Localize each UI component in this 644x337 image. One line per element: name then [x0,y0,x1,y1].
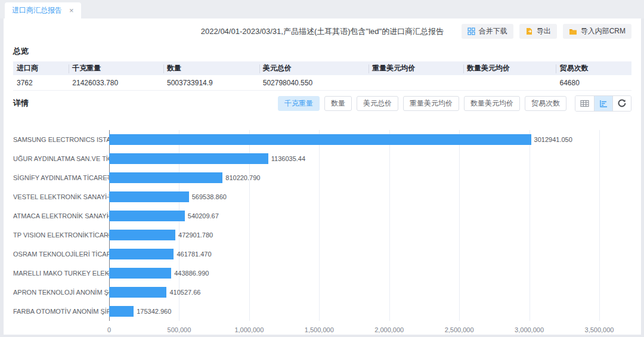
category-label: VESTEL ELEKTRONİK SANAYİ VE Tİ... [13,193,109,200]
tab-importer-summary-report[interactable]: 进口商汇总报告 × [5,2,81,18]
column-header: 数量 [163,63,259,73]
bar-track: 443886.990 [109,264,599,283]
bar-value-label: 569538.860 [192,193,227,200]
bar[interactable] [109,191,189,202]
refresh-icon [618,99,626,107]
column-header: 千克重量 [69,63,163,73]
chart-bar-row: APRON TEKNOLOJİ ANONİM ŞİRKETİ410527.66 [13,283,631,302]
bar[interactable] [109,268,171,279]
x-tick-label: 1,500,000 [305,326,334,333]
bar-track: 3012941.050 [109,130,599,149]
overview-cell: 3762 [13,79,69,87]
import-crm-folder-icon [569,28,577,35]
bar-value-label: 540209.67 [188,212,219,219]
tab-bar: 进口商汇总报告 × [0,0,644,18]
tab-label: 进口商汇总报告 [12,5,62,16]
bar[interactable] [109,153,268,164]
bar-track: 1136035.44 [109,149,599,168]
overview-cell: 502798040.550 [259,79,369,87]
export-button[interactable]: 导出 [519,24,557,39]
chart-bar-row: OSRAM TEKNOLOJİLERİ TİCARET AN...461781.… [13,245,631,264]
x-tick-label: 3,500,000 [585,326,614,333]
table-view-button[interactable] [575,96,594,111]
category-label: SAMSUNG ELECTRONICS ISTANBUL P... [13,136,109,143]
bar-value-label: 443886.990 [174,270,209,277]
chart-rows: SAMSUNG ELECTRONICS ISTANBUL P...3012941… [13,130,631,321]
bar[interactable] [109,230,175,240]
bar[interactable] [109,211,185,221]
bar-value-label: 1136035.44 [271,155,305,162]
x-tick-label: 3,000,000 [515,326,544,333]
export-icon [525,27,533,35]
metric-button[interactable]: 重量美元均价 [403,96,459,111]
bar[interactable] [109,172,222,183]
column-header: 重量美元均价 [369,63,463,73]
bar[interactable] [109,249,174,259]
bar-value-label: 461781.470 [177,251,211,258]
overview-cell: 21426033.780 [69,79,163,87]
bar-chart-view-button[interactable] [594,96,612,111]
column-header: 进口商 [13,63,69,73]
x-tick-label: 1,000,000 [234,326,264,333]
metric-buttons: 千克重量数量美元总价重量美元均价数量美元均价贸易次数 [273,96,566,111]
metric-button[interactable]: 数量 [324,96,352,111]
chart-bar-row: MARELLI MAKO TURKEY ELEKTRİK S...443886.… [13,264,631,283]
bar-track: 461781.470 [109,245,599,264]
metric-button[interactable]: 数量美元均价 [464,96,520,111]
report-panel: 2022/04/01-2023/03/31,产品描述(土耳其语)包含"led"的… [4,18,641,335]
overview-header-row: 进口商千克重量数量美元总价重量美元均价数量美元均价贸易次数 [13,61,631,75]
chart-bar-row: FARBA OTOMOTİV ANONİM ŞİRKETİ175342.960 [13,302,631,321]
bar[interactable] [109,134,531,145]
x-tick-label: 500,000 [168,326,191,333]
column-header: 贸易次数 [556,63,631,73]
bar-track: 810220.790 [109,168,599,187]
overview-data-row: 376221426033.7805003733914.9502798040.55… [13,75,631,91]
close-icon[interactable]: × [69,7,74,14]
x-tick-label: 0 [107,326,111,333]
category-label: ATMACA ELEKTRONİK SANAYİ VE Tİ... [13,212,109,219]
import-crm-button[interactable]: 导入内部CRM [563,24,631,39]
category-label: SİGNİFY AYDINLATMA TİCARET ANO... [13,174,109,181]
details-section-label: 详情 [13,98,29,109]
bar-track: 472901.780 [109,225,599,245]
report-header: 2022/04/01-2023/03/31,产品描述(土耳其语)包含"led"的… [13,18,631,44]
details-toolbar: 详情 千克重量数量美元总价重量美元均价数量美元均价贸易次数 [13,95,631,111]
bar-track: 175342.960 [109,302,599,321]
chart-bar-row: ATMACA ELEKTRONİK SANAYİ VE Tİ...540209.… [13,206,631,225]
refresh-icon-button[interactable] [612,96,631,111]
bar-track: 540209.67 [109,206,599,225]
x-tick-label: 2,000,000 [374,326,404,333]
bar-value-label: 3012941.050 [534,136,572,143]
x-axis: 0500,0001,000,0001,500,0002,000,0002,500… [109,321,599,337]
metric-button[interactable]: 贸易次数 [525,96,566,111]
bar-value-label: 810220.790 [225,174,260,181]
category-label: TP VISION ELEKTRONİKTİCARET AN... [13,231,109,239]
view-toggle-group [575,95,631,112]
bar[interactable] [109,287,166,298]
metric-button[interactable]: 千克重量 [278,96,320,111]
column-header: 数量美元均价 [463,63,556,73]
merge-download-icon [467,27,475,35]
bar-value-label: 410527.66 [169,289,200,296]
chart-bar-row: TP VISION ELEKTRONİKTİCARET AN...472901.… [13,225,631,245]
overview-section-label: 总览 [13,46,631,57]
merge-download-button[interactable]: 合并下载 [462,24,513,39]
import-crm-label: 导入内部CRM [581,26,626,36]
category-label: MARELLI MAKO TURKEY ELEKTRİK S... [13,270,109,277]
category-label: UĞUR AYDINLATMA SAN.VE TİC.LTD... [13,155,109,162]
chart-bar-row: UĞUR AYDINLATMA SAN.VE TİC.LTD...1136035… [13,149,631,168]
bar-chart: SAMSUNG ELECTRONICS ISTANBUL P...3012941… [13,130,631,337]
bar-track: 410527.66 [109,283,599,302]
bar-value-label: 472901.780 [178,231,213,239]
chart-bar-row: VESTEL ELEKTRONİK SANAYİ VE Tİ...569538.… [13,187,631,206]
column-header: 美元总价 [259,63,369,73]
category-label: OSRAM TEKNOLOJİLERİ TİCARET AN... [13,251,109,258]
overview-cell: 64680 [556,79,631,87]
bar-value-label: 175342.960 [137,308,171,315]
merge-download-label: 合并下载 [479,26,507,36]
table-view-icon [580,100,589,107]
category-label: APRON TEKNOLOJİ ANONİM ŞİRKETİ [13,289,109,296]
bar[interactable] [109,306,134,317]
bar-track: 569538.860 [109,187,599,206]
metric-button[interactable]: 美元总价 [357,96,398,111]
